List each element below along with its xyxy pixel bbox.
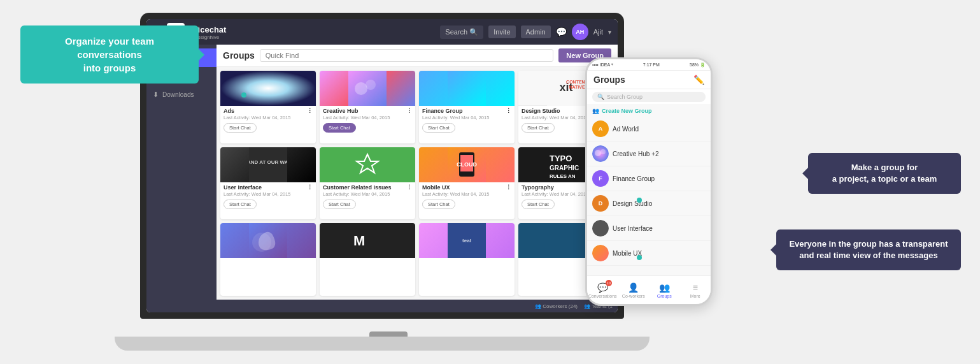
design-label: Design Studio — [613, 200, 652, 207]
svg-text:M: M — [353, 233, 365, 249]
customer-activity: Last Activity: Wed Mar 04, 2015 — [323, 191, 412, 197]
more-icon[interactable]: ⋮ — [307, 184, 313, 191]
groups-grid: Ads ⋮ Last Activity: Wed Mar 04, 2015 St… — [217, 67, 618, 300]
tooltip-transparent-text2: and real time view of the messages — [799, 251, 937, 260]
app-body: 👥 Groups 👤 Co-workers ⬇ Downloads — [146, 45, 618, 312]
mobile-activity: Last Activity: Wed Mar 04, 2015 — [422, 191, 511, 197]
phone-nav-coworkers[interactable]: 👤 Co-workers — [618, 282, 650, 298]
tooltip-make-group-text1: Make a group for — [851, 163, 918, 172]
tooltip-transparent: Everyone in the group has a transparent … — [776, 229, 961, 270]
tooltip-organize: Organize your team conversations into gr… — [20, 25, 199, 84]
r2-image: M — [320, 223, 415, 258]
conversations-badge: 10 — [606, 280, 612, 286]
group-card-r3: teal — [419, 223, 515, 296]
tooltip-organize-text2: into groups — [83, 62, 136, 73]
phone-coworkers-icon: 👤 — [628, 282, 639, 293]
mobile-name: Mobile UX ⋮ — [422, 184, 511, 191]
nav-search-button[interactable]: Search 🔍 — [440, 25, 483, 39]
svg-text:CLOUD: CLOUD — [457, 161, 477, 168]
downloads-icon: ⬇ — [153, 91, 159, 99]
finance-avatar: F — [592, 170, 609, 187]
ui-start-chat[interactable]: Start Chat — [224, 200, 257, 209]
phone-group-finance[interactable]: F Finance Group — [587, 166, 711, 191]
create-group-icon: 👥 — [592, 108, 599, 114]
ui-name: User Interface ⋮ — [224, 184, 313, 191]
admin-button[interactable]: Admin — [521, 25, 551, 38]
phone-nav-conversations[interactable]: 💬 10 Conversations — [587, 282, 618, 298]
app-navbar: ☰ oc officechat by Designhive S — [146, 19, 618, 45]
ads-start-chat[interactable]: Start Chat — [224, 123, 257, 133]
group-card-r1 — [220, 223, 316, 296]
more-icon[interactable]: ⋮ — [506, 184, 511, 191]
phone-edit-icon[interactable]: ✏️ — [693, 75, 704, 85]
connector-dot-phone-create — [637, 198, 642, 203]
coworkers-nav-label: Co-workers — [622, 294, 645, 298]
design-start-chat[interactable]: Start Chat — [522, 123, 555, 133]
svg-text:teal: teal — [462, 238, 471, 244]
phone-group-ui[interactable]: User Interface — [587, 216, 711, 241]
creative-start-chat[interactable]: Start Chat — [323, 123, 356, 133]
phone-group-ad-world[interactable]: A Ad World — [587, 117, 711, 142]
customer-name: Customer Related Issues ⋮ — [323, 184, 412, 191]
sidebar-item-downloads[interactable]: ⬇ Downloads — [146, 85, 217, 104]
ads-name: Ads ⋮ — [224, 108, 313, 114]
svg-text:CONTENT: CONTENT — [566, 80, 585, 84]
ads-activity: Last Activity: Wed Mar 04, 2015 — [224, 115, 313, 120]
more-icon[interactable]: ⋮ — [406, 108, 412, 114]
svg-text:TYPO: TYPO — [550, 154, 572, 163]
r1-image — [220, 223, 316, 258]
phone-signal: •••• IDEA ᵠ — [592, 62, 613, 68]
main-panel: Groups New Group Ads ⋮ — [217, 45, 618, 312]
user-avatar: AH — [572, 24, 588, 40]
finance-start-chat[interactable]: Start Chat — [422, 123, 455, 133]
svg-text:NATIVE: NATIVE — [569, 85, 585, 89]
groups-header: Groups New Group — [217, 45, 618, 67]
phone-title: Groups — [593, 75, 625, 85]
more-icon: ≡ — [693, 282, 698, 293]
more-nav-label: More — [690, 294, 700, 298]
group-card-mobile: CLOUD Mobile UX ⋮ Last Activity: Wed Mar… — [419, 147, 515, 220]
svg-point-3 — [355, 82, 367, 95]
group-card-r2: M — [320, 223, 415, 296]
quick-find-input[interactable] — [260, 49, 554, 62]
username-label: Ajit — [593, 28, 603, 36]
conversations-label: Conversations — [588, 294, 617, 298]
svg-point-4 — [366, 80, 376, 90]
finance-activity: Last Activity: Wed Mar 04, 2015 — [422, 115, 511, 120]
phone-group-mobile[interactable]: Mobile UX — [587, 241, 711, 266]
svg-rect-31 — [592, 245, 609, 261]
laptop-screen: ☰ oc officechat by Designhive S — [146, 19, 618, 312]
phone-nav-more[interactable]: ≡ More — [680, 282, 711, 298]
chevron-down-icon: ▾ — [608, 29, 611, 36]
phone-nav-groups[interactable]: 👥 Groups — [649, 282, 680, 298]
coworkers-status: 👥 Coworkers (24) — [535, 303, 578, 309]
more-icon[interactable]: ⋮ — [406, 184, 412, 191]
laptop-mockup: ☰ oc officechat by Designhive S — [140, 13, 637, 351]
invite-button[interactable]: Invite — [488, 25, 515, 38]
sidebar-downloads-label: Downloads — [162, 91, 194, 98]
laptop-base — [115, 337, 650, 351]
phone-create-group-button[interactable]: 👥 Create New Group — [587, 105, 711, 117]
more-icon[interactable]: ⋮ — [307, 108, 313, 114]
ui-label: User Interface — [613, 225, 653, 232]
phone-status-bar: •••• IDEA ᵠ 7:17 PM 58% 🔋 — [587, 59, 711, 71]
status-bar: 👥 Coworkers (24) 👥 Teams (1 — [217, 300, 618, 312]
phone-groups-icon: 👥 — [659, 282, 670, 293]
customer-start-chat[interactable]: Start Chat — [323, 200, 356, 209]
phone-search-field[interactable]: 🔍 Search Group — [592, 92, 706, 102]
svg-point-28 — [595, 150, 601, 156]
creative-image — [320, 71, 415, 106]
phone-group-design[interactable]: D Design Studio — [587, 191, 711, 216]
phone-mockup: •••• IDEA ᵠ 7:17 PM 58% 🔋 Groups ✏️ 🔍 Se… — [585, 57, 713, 306]
typography-start-chat[interactable]: Start Chat — [522, 200, 555, 209]
sidebar: 👥 Groups 👤 Co-workers ⬇ Downloads — [146, 45, 217, 312]
mobile-start-chat[interactable]: Start Chat — [422, 200, 455, 209]
ad-world-label: Ad World — [613, 126, 639, 133]
svg-rect-30 — [592, 220, 609, 237]
finance-label: Finance Group — [613, 175, 655, 182]
mobile-image: CLOUD — [419, 147, 515, 182]
phone-group-creative-hub[interactable]: Creative Hub +2 — [587, 142, 711, 166]
creative-activity: Last Activity: Wed Mar 04, 2015 — [323, 115, 412, 120]
more-icon[interactable]: ⋮ — [506, 108, 511, 114]
create-group-label: Create New Group — [602, 108, 652, 114]
